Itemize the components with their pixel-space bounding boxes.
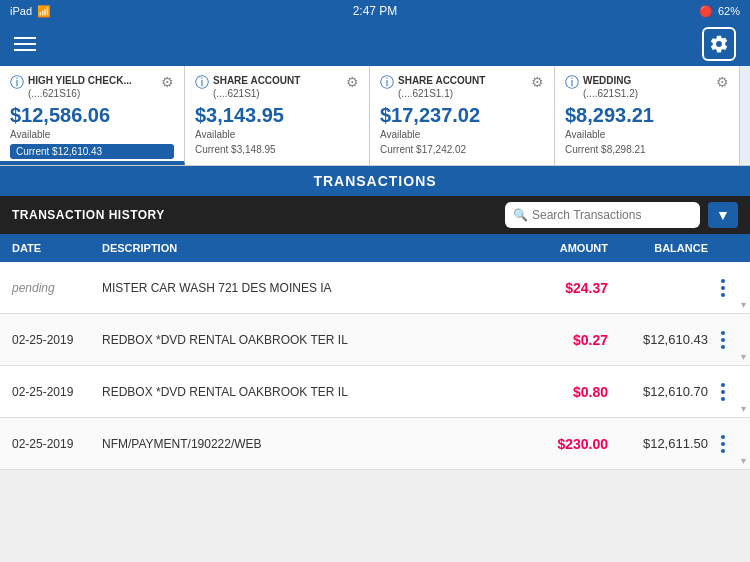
nav-bar bbox=[0, 22, 750, 66]
txn-description: MISTER CAR WASH 721 DES MOINES IA bbox=[102, 281, 508, 295]
search-filter-row: 🔍 ▼ bbox=[505, 202, 738, 228]
account-name: WEDDING bbox=[583, 74, 716, 87]
table-row: pending MISTER CAR WASH 721 DES MOINES I… bbox=[0, 262, 750, 314]
battery-label: 62% bbox=[718, 5, 740, 17]
account-current: Current $8,298.21 bbox=[565, 144, 729, 155]
accounts-strip: ⓘ HIGH YIELD CHECK... (....621S16) ⚙ $12… bbox=[0, 66, 750, 166]
txn-chevron-icon: ▾ bbox=[741, 299, 746, 310]
account-available: Available bbox=[380, 129, 544, 140]
account-name: SHARE ACCOUNT bbox=[213, 74, 346, 87]
table-row: 02-25-2019 REDBOX *DVD RENTAL OAKBROOK T… bbox=[0, 366, 750, 418]
txn-date: 02-25-2019 bbox=[12, 437, 102, 451]
settings-button[interactable] bbox=[702, 27, 736, 61]
info-icon: ⓘ bbox=[195, 74, 209, 92]
account-available: Available bbox=[10, 129, 174, 140]
wifi-icon: 📶 bbox=[37, 5, 51, 18]
status-bar: iPad 📶 2:47 PM 🔴 62% bbox=[0, 0, 750, 22]
filter-icon: ▼ bbox=[716, 207, 730, 223]
gear-icon bbox=[709, 34, 729, 54]
txn-description: REDBOX *DVD RENTAL OAKBROOK TER IL bbox=[102, 385, 508, 399]
txn-date: 02-25-2019 bbox=[12, 385, 102, 399]
account-card-4[interactable]: ⓘ WEDDING (....621S1.2) ⚙ $8,293.21 Avai… bbox=[555, 66, 740, 165]
filter-button[interactable]: ▼ bbox=[708, 202, 738, 228]
account-card-2[interactable]: ⓘ SHARE ACCOUNT (....621S1) ⚙ $3,143.95 … bbox=[185, 66, 370, 165]
account-number: (....621S1.1) bbox=[398, 87, 531, 100]
account-gear-icon[interactable]: ⚙ bbox=[531, 74, 544, 90]
account-gear-icon[interactable]: ⚙ bbox=[716, 74, 729, 90]
account-name: HIGH YIELD CHECK... bbox=[28, 74, 161, 87]
col-header-date: DATE bbox=[12, 242, 102, 254]
account-balance: $17,237.02 bbox=[380, 104, 544, 127]
txn-amount: $24.37 bbox=[508, 280, 608, 296]
txn-chevron-icon: ▾ bbox=[741, 455, 746, 466]
account-current: Current $12,610.43 bbox=[10, 144, 174, 159]
account-card-3[interactable]: ⓘ SHARE ACCOUNT (....621S1.1) ⚙ $17,237.… bbox=[370, 66, 555, 165]
txn-date: 02-25-2019 bbox=[12, 333, 102, 347]
table-row: 02-25-2019 REDBOX *DVD RENTAL OAKBROOK T… bbox=[0, 314, 750, 366]
search-input[interactable] bbox=[532, 208, 692, 222]
txn-amount: $230.00 bbox=[508, 436, 608, 452]
account-current: Current $17,242.02 bbox=[380, 144, 544, 155]
txn-chevron-icon: ▾ bbox=[741, 403, 746, 414]
account-balance: $12,586.06 bbox=[10, 104, 174, 127]
search-icon: 🔍 bbox=[513, 208, 528, 222]
account-card-1[interactable]: ⓘ HIGH YIELD CHECK... (....621S16) ⚙ $12… bbox=[0, 66, 185, 165]
time-label: 2:47 PM bbox=[353, 4, 398, 18]
txn-balance: $12,610.70 bbox=[608, 384, 708, 399]
account-name: SHARE ACCOUNT bbox=[398, 74, 531, 87]
carrier-label: iPad bbox=[10, 5, 32, 17]
info-icon: ⓘ bbox=[380, 74, 394, 92]
transactions-header: TRANSACTIONS bbox=[0, 166, 750, 196]
account-balance: $8,293.21 bbox=[565, 104, 729, 127]
txn-date: pending bbox=[12, 281, 102, 295]
account-current: Current $3,148.95 bbox=[195, 144, 359, 155]
txn-chevron-icon: ▾ bbox=[741, 351, 746, 362]
txn-amount: $0.27 bbox=[508, 332, 608, 348]
table-row: 02-25-2019 NFM/PAYMENT/190222/WEB $230.0… bbox=[0, 418, 750, 470]
account-gear-icon[interactable]: ⚙ bbox=[161, 74, 174, 90]
search-box: 🔍 bbox=[505, 202, 700, 228]
txn-amount: $0.80 bbox=[508, 384, 608, 400]
account-number: (....621S1) bbox=[213, 87, 346, 100]
txn-more-button[interactable] bbox=[708, 331, 738, 349]
txn-more-button[interactable] bbox=[708, 435, 738, 453]
account-number: (....621S16) bbox=[28, 87, 161, 100]
txn-balance: $12,611.50 bbox=[608, 436, 708, 451]
txn-description: REDBOX *DVD RENTAL OAKBROOK TER IL bbox=[102, 333, 508, 347]
account-balance: $3,143.95 bbox=[195, 104, 359, 127]
txn-balance: $12,610.43 bbox=[608, 332, 708, 347]
txn-more-button[interactable] bbox=[708, 279, 738, 297]
account-number: (....621S1.2) bbox=[583, 87, 716, 100]
transaction-history-label: TRANSACTION HISTORY bbox=[12, 208, 165, 222]
transaction-list: pending MISTER CAR WASH 721 DES MOINES I… bbox=[0, 262, 750, 470]
txn-more-button[interactable] bbox=[708, 383, 738, 401]
menu-button[interactable] bbox=[14, 37, 36, 51]
col-header-amount: AMOUNT bbox=[508, 242, 608, 254]
account-gear-icon[interactable]: ⚙ bbox=[346, 74, 359, 90]
info-icon: ⓘ bbox=[10, 74, 24, 92]
txn-description: NFM/PAYMENT/190222/WEB bbox=[102, 437, 508, 451]
account-available: Available bbox=[195, 129, 359, 140]
info-icon: ⓘ bbox=[565, 74, 579, 92]
account-available: Available bbox=[565, 129, 729, 140]
bluetooth-icon: 🔴 bbox=[699, 5, 713, 18]
column-headers: DATE DESCRIPTION AMOUNT BALANCE bbox=[0, 234, 750, 262]
col-header-balance: BALANCE bbox=[608, 242, 708, 254]
col-header-description: DESCRIPTION bbox=[102, 242, 508, 254]
transaction-history-bar: TRANSACTION HISTORY 🔍 ▼ bbox=[0, 196, 750, 234]
